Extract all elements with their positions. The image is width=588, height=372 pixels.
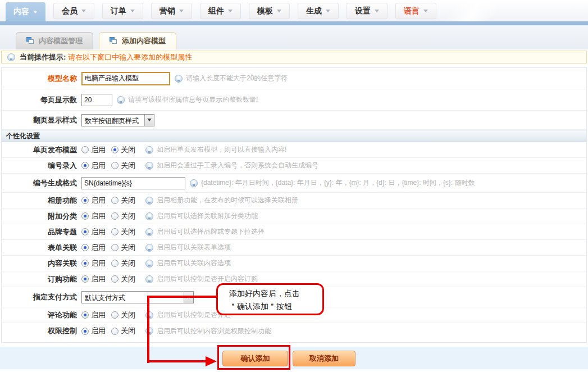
operation-hint-bar: 当前操作提示: 请在以下窗口中输入要添加的模型属性	[1, 51, 587, 63]
radio-enable[interactable]	[81, 146, 89, 153]
nav-item-8[interactable]: 语言	[395, 3, 436, 19]
field-label: 指定支付方式	[2, 292, 81, 302]
field-label: 翻页显示样式	[2, 115, 81, 125]
radio-enable[interactable]	[81, 244, 89, 251]
top-nav: 内容会员订单营销组件模板生成设置语言	[0, 0, 588, 21]
field-hint: 请填写该模型所属信息每页显示的整数数量!	[128, 95, 258, 105]
nav-item-7[interactable]: 设置	[347, 3, 388, 19]
radio-label: 关闭	[121, 227, 135, 237]
radio-label: 关闭	[121, 243, 135, 253]
radio-label: 启用	[91, 161, 106, 171]
form-row-1: 每页显示数请填写该模型所属信息每页显示的整数数量!	[2, 89, 586, 111]
radio-enable[interactable]	[81, 311, 89, 319]
radio-enable[interactable]	[81, 260, 89, 267]
lightbulb-icon	[145, 146, 153, 154]
nav-item-0[interactable]: 内容	[6, 2, 45, 21]
lightbulb-icon	[145, 197, 153, 205]
field-label: 评论功能	[2, 310, 81, 320]
radio-label: 启用	[91, 310, 106, 320]
radio-disable[interactable]	[111, 212, 118, 220]
chevron-down-icon	[326, 10, 330, 12]
radio-label: 关闭	[121, 145, 135, 155]
window-layers-icon	[110, 37, 118, 45]
lightbulb-icon	[145, 260, 153, 267]
text-input[interactable]	[81, 72, 170, 85]
field-control: 启用关闭启用后可以控制是否开启	[81, 310, 231, 320]
radio-enable[interactable]	[81, 228, 89, 235]
radio-disable[interactable]	[111, 228, 118, 235]
nav-item-6[interactable]: 生成	[298, 3, 339, 19]
lightbulb-icon	[145, 162, 153, 170]
field-hint: 启用相册功能，在发布的时候可以选择关联相册	[157, 196, 298, 205]
radio-label: 启用	[91, 243, 106, 253]
cancel-add-button[interactable]: 取消添加	[293, 351, 355, 366]
lightbulb-icon	[7, 53, 15, 61]
radio-disable[interactable]	[111, 244, 118, 251]
nav-item-5[interactable]: 模板	[249, 3, 290, 19]
form-row-0: 模型名称请输入长度不能大于20的任意字符	[2, 68, 586, 89]
annotation-line-bottom	[147, 360, 207, 362]
callout-line1: 添加好内容后，点击	[229, 287, 322, 300]
text-input[interactable]	[81, 94, 112, 106]
radio-enable[interactable]	[81, 212, 89, 220]
nav-item-label: 会员	[62, 6, 78, 16]
radio-label: 关闭	[121, 258, 135, 269]
radio-label: 关闭	[121, 274, 135, 284]
nav-item-3[interactable]: 营销	[151, 3, 192, 19]
radio-disable[interactable]	[111, 275, 118, 283]
field-control: 启用关闭启用相册功能，在发布的时候可以选择关联相册	[81, 196, 298, 206]
nav-item-4[interactable]: 组件	[200, 3, 241, 19]
radio-label: 启用	[91, 274, 106, 284]
field-label: 每页显示数	[2, 95, 81, 105]
radio-label: 关闭	[121, 196, 135, 206]
admin-page: 内容会员订单营销组件模板生成设置语言 内容模型管理 添加内容模型 当前操作提示:…	[0, 0, 588, 372]
radio-label: 启用	[91, 326, 106, 336]
nav-item-label: 营销	[159, 6, 175, 16]
form-row-8: 附加分类启用关闭启用后可以选择关联附加分类功能	[2, 208, 586, 224]
radio-disable[interactable]	[111, 260, 118, 267]
radio-disable[interactable]	[111, 311, 118, 319]
form-row-2: 翻页显示样式数字按钮翻页样式	[2, 111, 586, 130]
field-label: 附加分类	[2, 211, 81, 221]
text-input[interactable]	[81, 177, 185, 189]
select-value: 数字按钮翻页样式	[82, 115, 144, 126]
field-label: 编号生成格式	[2, 178, 81, 188]
field-control: 数字按钮翻页样式	[81, 114, 154, 126]
radio-disable[interactable]	[111, 162, 118, 169]
tab-add-content-model[interactable]: 添加内容模型	[99, 32, 176, 49]
radio-label: 启用	[91, 196, 106, 206]
radio-enable[interactable]	[81, 197, 89, 204]
nav-item-2[interactable]: 订单	[102, 3, 143, 19]
chevron-down-icon	[277, 10, 281, 12]
radio-label: 启用	[91, 258, 106, 269]
field-label: 权限控制	[2, 326, 81, 336]
radio-disable[interactable]	[111, 328, 118, 335]
field-hint: 如启用单页发布模型，则可以直接输入内容!	[157, 145, 286, 155]
annotation-line-top	[147, 296, 216, 298]
lightbulb-icon	[145, 275, 153, 283]
radio-disable[interactable]	[111, 197, 118, 204]
field-label: 表单关联	[2, 243, 81, 253]
field-control: 启用关闭如启用会通过手工录入编号，否则系统会自动生成编号	[81, 161, 318, 171]
lightbulb-icon	[190, 179, 198, 187]
chevron-down-icon	[144, 115, 154, 126]
field-label: 单页发布模型	[2, 145, 81, 155]
nav-item-1[interactable]: 会员	[53, 3, 94, 19]
nav-item-label: 生成	[306, 6, 322, 16]
radio-label: 关闭	[121, 310, 135, 320]
section-title: 个性化设置	[6, 131, 40, 141]
radio-label: 关闭	[121, 326, 135, 336]
lightbulb-icon	[145, 228, 153, 236]
radio-disable[interactable]	[111, 146, 118, 153]
radio-enable[interactable]	[81, 328, 89, 335]
chevron-down-icon	[33, 11, 38, 13]
radio-enable[interactable]	[81, 275, 89, 283]
select-dropdown[interactable]: 数字按钮翻页样式	[81, 114, 154, 126]
field-hint: 启用后可以关联表单选项	[157, 243, 231, 252]
form-row-15: 权限控制启用关闭启用后可以控制内容浏览权限控制功能	[2, 323, 586, 339]
form-row-9: 品牌专题启用关闭启用后可以选择品牌或专题下拉选择	[2, 224, 586, 240]
radio-enable[interactable]	[81, 162, 89, 169]
tab-label: 内容模型管理	[39, 36, 83, 46]
field-label: 模型名称	[2, 74, 81, 84]
tab-content-model-management[interactable]: 内容模型管理	[16, 32, 93, 49]
